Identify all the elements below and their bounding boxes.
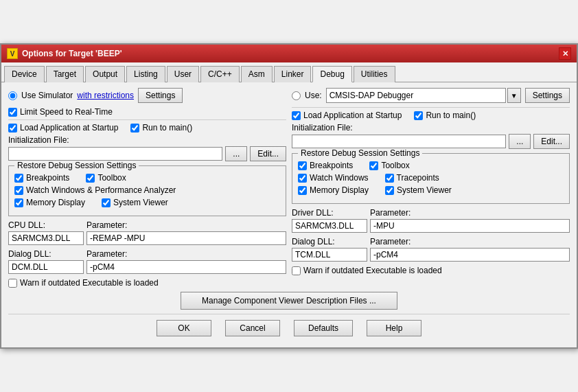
left-watch-label[interactable]: Watch Windows & Performance Analyzer bbox=[14, 185, 176, 195]
tab-linker[interactable]: Linker bbox=[274, 66, 312, 82]
left-load-row: Load Application at Startup Run to main(… bbox=[8, 123, 286, 132]
right-dialog-param-label: Parameter: bbox=[370, 237, 570, 246]
left-warn-row: Warn if outdated Executable is loaded bbox=[8, 278, 286, 288]
right-load-app-label[interactable]: Load Application at Startup bbox=[292, 111, 402, 120]
limit-speed-row: Limit Speed to Real-Time bbox=[8, 107, 286, 117]
left-warn-label[interactable]: Warn if outdated Executable is loaded bbox=[8, 278, 159, 288]
left-watch-checkbox[interactable] bbox=[14, 186, 23, 195]
simulator-row: Use Simulator with restrictions Settings bbox=[8, 88, 286, 103]
ok-button[interactable]: OK bbox=[157, 320, 211, 336]
right-breakpoints-checkbox[interactable] bbox=[298, 161, 307, 170]
left-breakpoints-label[interactable]: Breakpoints bbox=[14, 173, 69, 183]
right-init-file-group: Initialization File: ... Edit... bbox=[292, 123, 570, 149]
title-bar: V Options for Target 'BEEP' ✕ bbox=[1, 45, 577, 62]
cancel-button[interactable]: Cancel bbox=[225, 320, 280, 336]
right-run-main-label[interactable]: Run to main() bbox=[414, 111, 476, 120]
tab-debug[interactable]: Debug bbox=[312, 66, 351, 82]
tab-asm[interactable]: Asm bbox=[241, 66, 273, 82]
debugger-input[interactable] bbox=[326, 88, 506, 103]
left-init-browse-btn[interactable]: ... bbox=[225, 146, 247, 161]
right-system-label[interactable]: System Viewer bbox=[385, 185, 452, 195]
close-button[interactable]: ✕ bbox=[559, 47, 571, 60]
tab-utilities[interactable]: Utilities bbox=[354, 66, 395, 82]
right-toolbox-label[interactable]: Toolbox bbox=[369, 161, 409, 170]
left-cpu-dll-input[interactable] bbox=[8, 231, 84, 245]
left-restore-title: Restore Debug Session Settings bbox=[14, 161, 139, 170]
right-driver-dll-label: Driver DLL: bbox=[292, 208, 367, 218]
simulator-radio[interactable] bbox=[8, 91, 17, 100]
right-init-browse-btn[interactable]: ... bbox=[509, 134, 531, 149]
right-warn-label[interactable]: Warn if outdated Executable is loaded bbox=[292, 266, 442, 275]
left-dialog-param-input[interactable] bbox=[86, 260, 286, 274]
main-content: Use Simulator with restrictions Settings… bbox=[1, 82, 577, 347]
left-cpu-param-input[interactable] bbox=[86, 231, 286, 245]
tab-target[interactable]: Target bbox=[46, 66, 84, 82]
left-init-input[interactable] bbox=[8, 147, 222, 161]
simulator-link[interactable]: with restrictions bbox=[77, 91, 134, 100]
limit-speed-label[interactable]: Limit Speed to Real-Time bbox=[8, 107, 113, 117]
tab-listing[interactable]: Listing bbox=[126, 66, 165, 82]
left-warn-checkbox[interactable] bbox=[8, 279, 17, 288]
right-run-main-checkbox[interactable] bbox=[414, 111, 423, 120]
manage-btn-row: Manage Component Viewer Description File… bbox=[8, 292, 570, 310]
right-settings-button[interactable]: Settings bbox=[525, 88, 570, 103]
left-breakpoints-checkbox[interactable] bbox=[14, 174, 23, 183]
right-warn-checkbox[interactable] bbox=[292, 266, 301, 275]
tab-user[interactable]: User bbox=[167, 66, 199, 82]
right-watch-label[interactable]: Watch Windows bbox=[298, 173, 369, 183]
right-watch-checkbox[interactable] bbox=[298, 174, 307, 183]
left-dialog-dll-input[interactable] bbox=[8, 260, 84, 274]
tab-device[interactable]: Device bbox=[4, 66, 45, 82]
use-label: Use: bbox=[305, 91, 322, 100]
left-init-file-group: Initialization File: ... Edit... bbox=[8, 135, 286, 161]
left-memory-checkbox[interactable] bbox=[14, 198, 23, 207]
defaults-button[interactable]: Defaults bbox=[294, 320, 353, 336]
left-run-main-label[interactable]: Run to main() bbox=[130, 123, 192, 132]
use-radio[interactable] bbox=[292, 91, 301, 100]
right-system-checkbox[interactable] bbox=[385, 186, 394, 195]
manage-component-btn[interactable]: Manage Component Viewer Description File… bbox=[181, 292, 397, 310]
right-init-input[interactable] bbox=[292, 135, 506, 148]
tab-output[interactable]: Output bbox=[85, 66, 125, 82]
left-load-app-label[interactable]: Load Application at Startup bbox=[8, 123, 118, 132]
simulator-label: Use Simulator bbox=[21, 91, 73, 100]
right-restore-title: Restore Debug Session Settings bbox=[298, 148, 422, 158]
left-memory-label[interactable]: Memory Display bbox=[14, 198, 85, 207]
right-driver-param-input[interactable] bbox=[370, 219, 570, 233]
help-button[interactable]: Help bbox=[367, 320, 421, 336]
right-driver-param-label: Parameter: bbox=[370, 208, 570, 218]
right-toolbox-checkbox[interactable] bbox=[369, 161, 378, 170]
left-toolbox-label[interactable]: Toolbox bbox=[86, 173, 126, 183]
right-driver-dll-input[interactable] bbox=[292, 219, 367, 233]
right-memory-checkbox[interactable] bbox=[298, 186, 307, 195]
right-dialog-param-input[interactable] bbox=[370, 248, 570, 262]
left-dialog-dll-section: Dialog DLL: Parameter: bbox=[8, 249, 286, 274]
right-breakpoints-label[interactable]: Breakpoints bbox=[298, 161, 353, 170]
right-tracepoints-checkbox[interactable] bbox=[385, 174, 394, 183]
left-system-checkbox[interactable] bbox=[102, 198, 111, 207]
right-load-app-checkbox[interactable] bbox=[292, 111, 301, 120]
left-run-main-checkbox[interactable] bbox=[130, 124, 139, 132]
left-init-label: Initialization File: bbox=[8, 135, 286, 145]
limit-speed-checkbox[interactable] bbox=[8, 108, 17, 117]
right-init-label: Initialization File: bbox=[292, 123, 570, 132]
tab-cpp[interactable]: C/C++ bbox=[200, 66, 240, 82]
left-cpu-dll-label: CPU DLL: bbox=[8, 220, 84, 230]
right-panel: Use: ▼ Settings Load Application at Star… bbox=[292, 88, 570, 288]
left-init-edit-btn[interactable]: Edit... bbox=[250, 146, 286, 161]
left-dialog-dll-label: Dialog DLL: bbox=[8, 249, 84, 259]
left-settings-button[interactable]: Settings bbox=[138, 88, 183, 103]
debugger-dropdown-arrow[interactable]: ▼ bbox=[507, 88, 521, 103]
left-panel: Use Simulator with restrictions Settings… bbox=[8, 88, 286, 288]
right-memory-label[interactable]: Memory Display bbox=[298, 185, 369, 195]
left-load-app-checkbox[interactable] bbox=[8, 124, 17, 132]
right-load-row: Load Application at Startup Run to main(… bbox=[292, 111, 570, 120]
left-toolbox-checkbox[interactable] bbox=[86, 174, 95, 183]
right-dialog-dll-input[interactable] bbox=[292, 248, 367, 262]
left-cpu-dll-section: CPU DLL: Parameter: bbox=[8, 220, 286, 245]
left-system-label[interactable]: System Viewer bbox=[102, 198, 168, 207]
right-tracepoints-label[interactable]: Tracepoints bbox=[385, 173, 439, 183]
right-init-edit-btn[interactable]: Edit... bbox=[533, 134, 570, 149]
main-window: V Options for Target 'BEEP' ✕ Device Tar… bbox=[0, 43, 578, 349]
app-icon: V bbox=[7, 48, 18, 59]
